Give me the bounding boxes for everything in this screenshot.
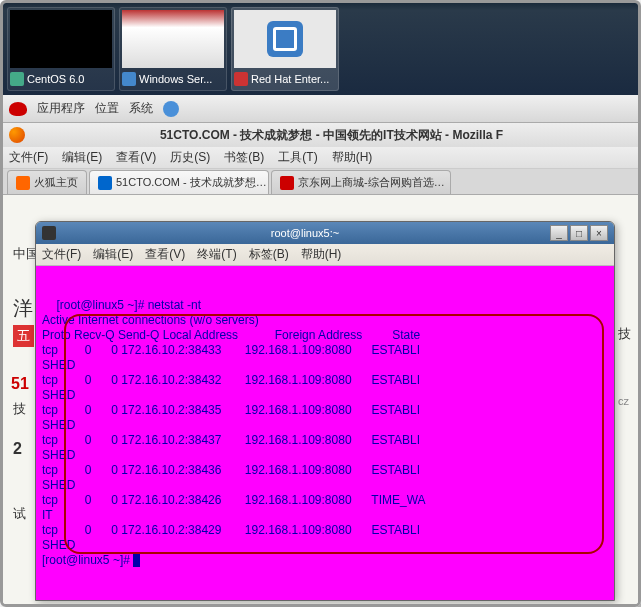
panel-launcher-icon[interactable] <box>163 101 179 117</box>
menu-file[interactable]: 文件(F) <box>9 149 48 166</box>
firefox-tabbar: 火狐主页 51CTO.COM - 技术成就梦想… 京东网上商城-综合网购首选… <box>3 169 638 195</box>
tab-firefox-home[interactable]: 火狐主页 <box>7 170 87 194</box>
windows-taskbar: CentOS 6.0 Windows Ser... Red Hat Enter.… <box>3 3 638 95</box>
task-label: Windows Ser... <box>139 73 212 85</box>
terminal-titlebar[interactable]: root@linux5:~ _ □ × <box>36 222 614 244</box>
page-text: 51 <box>11 375 29 393</box>
cursor <box>133 554 140 567</box>
thumbnail <box>234 10 336 68</box>
favicon-icon <box>98 176 112 190</box>
thumbnail <box>122 10 224 68</box>
vmware-icon <box>267 21 303 57</box>
menu-applications[interactable]: 应用程序 <box>37 100 85 117</box>
terminal-output: [root@linux5 ~]# netstat -nt Active Inte… <box>42 298 426 567</box>
menu-tools[interactable]: 工具(T) <box>278 149 317 166</box>
task-item-redhat[interactable]: Red Hat Enter... <box>231 7 339 91</box>
maximize-button[interactable]: □ <box>570 225 588 241</box>
term-menu-edit[interactable]: 编辑(E) <box>93 246 133 263</box>
thumbnail <box>10 10 112 68</box>
redhat-logo-icon[interactable] <box>9 102 27 116</box>
redhat-icon <box>234 72 248 86</box>
page-text: cz <box>618 395 629 407</box>
task-item-winserver[interactable]: Windows Ser... <box>119 7 227 91</box>
tab-label: 火狐主页 <box>34 175 78 190</box>
term-menu-help[interactable]: 帮助(H) <box>301 246 342 263</box>
term-menu-tabs[interactable]: 标签(B) <box>249 246 289 263</box>
menu-bookmarks[interactable]: 书签(B) <box>224 149 264 166</box>
term-menu-file[interactable]: 文件(F) <box>42 246 81 263</box>
window-title: 51CTO.COM - 技术成就梦想 - 中国领先的IT技术网站 - Mozil… <box>31 127 632 144</box>
terminal-icon <box>42 226 56 240</box>
favicon-icon <box>16 176 30 190</box>
menu-system[interactable]: 系统 <box>129 100 153 117</box>
menu-view[interactable]: 查看(V) <box>116 149 156 166</box>
firefox-menubar: 文件(F) 编辑(E) 查看(V) 历史(S) 书签(B) 工具(T) 帮助(H… <box>3 147 638 169</box>
terminal-body[interactable]: [root@linux5 ~]# netstat -nt Active Inte… <box>36 266 614 600</box>
tab-label: 51CTO.COM - 技术成就梦想… <box>116 175 267 190</box>
term-menu-terminal[interactable]: 终端(T) <box>197 246 236 263</box>
term-menu-view[interactable]: 查看(V) <box>145 246 185 263</box>
centos-icon <box>10 72 24 86</box>
favicon-icon <box>280 176 294 190</box>
page-text: 五 <box>13 325 34 347</box>
minimize-button[interactable]: _ <box>550 225 568 241</box>
menu-help[interactable]: 帮助(H) <box>332 149 373 166</box>
task-label: CentOS 6.0 <box>27 73 84 85</box>
tab-jd[interactable]: 京东网上商城-综合网购首选… <box>271 170 451 194</box>
firefox-titlebar: 51CTO.COM - 技术成就梦想 - 中国领先的IT技术网站 - Mozil… <box>3 123 638 147</box>
tab-51cto[interactable]: 51CTO.COM - 技术成就梦想… <box>89 170 269 194</box>
terminal-menubar: 文件(F) 编辑(E) 查看(V) 终端(T) 标签(B) 帮助(H) <box>36 244 614 266</box>
menu-edit[interactable]: 编辑(E) <box>62 149 102 166</box>
task-item-centos[interactable]: CentOS 6.0 <box>7 7 115 91</box>
tab-label: 京东网上商城-综合网购首选… <box>298 175 445 190</box>
page-text: 技 <box>618 325 631 343</box>
page-text: 试 <box>13 505 26 523</box>
firefox-icon <box>9 127 25 143</box>
task-label: Red Hat Enter... <box>251 73 329 85</box>
page-text: 洋 <box>13 295 33 322</box>
gnome-panel: 应用程序 位置 系统 <box>3 95 638 123</box>
windows-icon <box>122 72 136 86</box>
close-button[interactable]: × <box>590 225 608 241</box>
page-text: 2 <box>13 440 22 458</box>
menu-places[interactable]: 位置 <box>95 100 119 117</box>
page-text: 技 <box>13 400 26 418</box>
terminal-title: root@linux5:~ <box>62 227 548 239</box>
menu-history[interactable]: 历史(S) <box>170 149 210 166</box>
terminal-window: root@linux5:~ _ □ × 文件(F) 编辑(E) 查看(V) 终端… <box>35 221 615 601</box>
